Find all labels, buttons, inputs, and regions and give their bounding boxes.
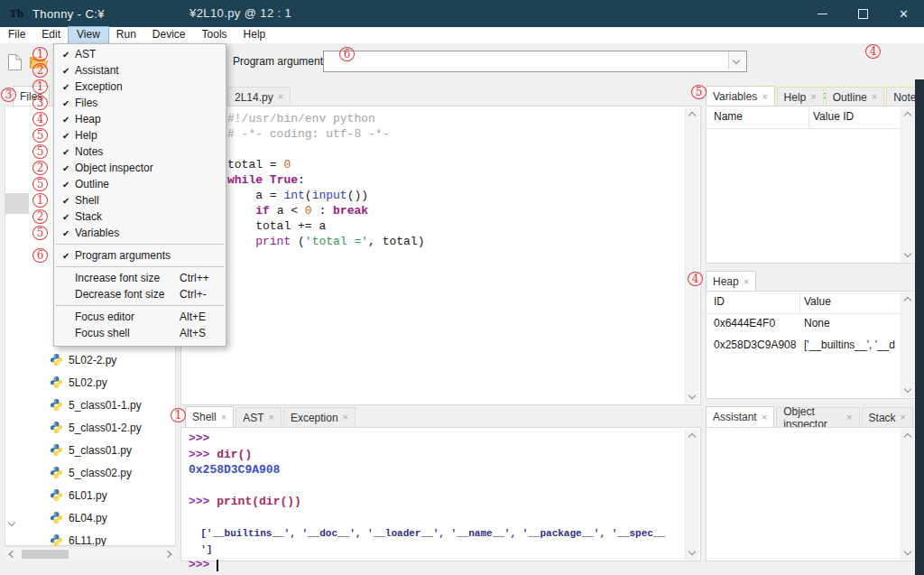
right-tab-help[interactable]: Help× (777, 87, 824, 107)
menu-run[interactable]: Run (108, 27, 144, 43)
shell-tab-bar: Shell×AST×Exception× (185, 406, 357, 427)
title-bar: Th Thonny - C:¥ ¥2L10.py @ 12 : 1 ✕ (0, 0, 924, 27)
file-item-5-class01-2-py[interactable]: 5_class01-2.py (5, 416, 173, 439)
chevron-up-icon (688, 112, 696, 119)
right-tab-outline[interactable]: Outline× (826, 87, 884, 107)
view-menu-item-variables[interactable]: 5✔Variables (54, 225, 226, 241)
view-menu-item-help[interactable]: 5✔Help (54, 127, 226, 144)
code-line: #!/usr/bin/env python (227, 111, 682, 126)
file-name: 5L02.py (69, 376, 107, 389)
view-menu-item-decrease-font-size[interactable]: Decrease font sizeCtrl+- (54, 286, 226, 302)
shell-tab-ast[interactable]: AST× (236, 407, 282, 427)
checkmark-icon: ✔ (62, 82, 75, 92)
menu-item-label: Stack (75, 210, 102, 223)
close-icon[interactable]: × (846, 413, 852, 422)
view-menu-item-increase-font-size[interactable]: Increase font sizeCtrl++ (54, 270, 226, 286)
right-tab-heap[interactable]: Heap× (706, 271, 756, 292)
menu-file[interactable]: File (0, 27, 33, 43)
variables-vertical-scrollbar[interactable] (901, 107, 915, 262)
view-menu-item-focus-editor[interactable]: Focus editorAlt+E (54, 309, 226, 325)
view-menu-item-focus-shell[interactable]: Focus shellAlt+S (54, 325, 226, 341)
view-menu-item-object-inspector[interactable]: 2✔Object inspector (54, 160, 226, 176)
chevron-down-icon (733, 57, 740, 64)
menu-view[interactable]: View (69, 27, 108, 43)
minimize-button[interactable] (802, 0, 843, 27)
menu-tools[interactable]: Tools (194, 27, 236, 43)
code-line: total += a (227, 218, 682, 234)
menu-item-label: Heap (75, 113, 101, 125)
shell-tab-shell[interactable]: Shell× (185, 406, 234, 427)
code-line: 0x258D3C9A908 (189, 462, 682, 478)
menu-device[interactable]: Device (144, 27, 194, 43)
desktop-strip (915, 79, 924, 575)
view-menu-item-stack[interactable]: 2✔Stack (54, 209, 226, 225)
shell-tab-exception[interactable]: Exception× (283, 407, 356, 427)
file-item-5-class01-py[interactable]: 5_class01.py (5, 439, 173, 461)
menu-item-label: Program arguments (75, 249, 171, 262)
tab-label: Stack (869, 412, 896, 424)
close-icon[interactable]: × (744, 277, 749, 287)
view-menu-item-program-arguments[interactable]: 6✔Program arguments (54, 247, 226, 264)
close-icon[interactable]: × (810, 92, 816, 102)
column-id: ID (714, 295, 725, 308)
right-tab-stack[interactable]: Stack× (862, 407, 913, 427)
variables-table[interactable]: Name Value ID (706, 106, 917, 264)
new-file-button[interactable] (7, 53, 23, 75)
heap-table[interactable]: ID Value 0x6444E4F0None0x258D3C9A908['__… (706, 291, 917, 399)
file-item-5-class01-1-py[interactable]: 5_class01-1.py (5, 394, 173, 416)
assistant-area[interactable] (706, 427, 917, 561)
scrollbar-thumb[interactable] (22, 550, 69, 559)
right-tab-object-inspector[interactable]: Object inspector× (776, 407, 859, 427)
view-menu-item-heap[interactable]: 4✔Heap (54, 111, 226, 127)
combo-dropdown-button[interactable] (728, 51, 746, 70)
file-item-5-class02-py[interactable]: 5_class02.py (5, 461, 173, 484)
close-icon[interactable]: × (872, 92, 877, 102)
python-file-icon (50, 376, 63, 389)
table-header: ID Value (707, 292, 901, 314)
tab-label: Exception (291, 412, 338, 424)
menu-help[interactable]: Help (236, 27, 274, 43)
menu-edit[interactable]: Edit (33, 27, 69, 43)
shell-output: >>> >>> dir()0x258D3C9A908 >>> print(dir… (189, 431, 682, 573)
right-tab-variables[interactable]: Variables× (706, 86, 775, 107)
editor-tab-2l14-py[interactable]: 2L14.py× (227, 87, 291, 107)
file-item-6l04-py[interactable]: 6L04.py (5, 506, 173, 529)
python-file-icon (50, 421, 63, 434)
close-icon[interactable]: × (278, 92, 283, 102)
close-icon[interactable]: × (343, 413, 348, 422)
view-menu-item-notes[interactable]: 5✔Notes (54, 144, 226, 160)
file-item-6l01-py[interactable]: 6L01.py (5, 484, 173, 506)
view-menu-item-files[interactable]: 3✔Files (54, 95, 226, 111)
file-item-5l02-2-py[interactable]: 5L02-2.py (5, 348, 173, 371)
python-file-icon (50, 443, 63, 457)
file-item-5l02-py[interactable]: 5L02.py (5, 371, 173, 394)
view-menu-item-exception[interactable]: 1✔Exception (54, 79, 226, 95)
view-menu-item-outline[interactable]: 5✔Outline (54, 176, 226, 192)
code-line: >>> dir() (189, 447, 682, 463)
code-line: >>> (189, 431, 682, 447)
close-icon[interactable]: × (268, 413, 273, 422)
shell-vertical-scrollbar[interactable] (685, 429, 699, 560)
close-icon[interactable]: × (221, 413, 226, 422)
annotation-circle: 3 (32, 96, 48, 110)
editor-area[interactable]: #!/usr/bin/env python# -*- coding: utf-8… (180, 106, 701, 405)
maximize-button[interactable] (843, 0, 883, 27)
editor-vertical-scrollbar[interactable] (685, 107, 699, 403)
right-tab-assistant[interactable]: Assistant× (706, 406, 774, 427)
code-line (227, 142, 682, 157)
view-menu-item-ast[interactable]: 1✔AST (54, 46, 226, 62)
menu-item-shortcut: Ctrl++ (180, 272, 209, 284)
assistant-vertical-scrollbar[interactable] (901, 429, 915, 560)
view-menu-item-shell[interactable]: 1✔Shell (54, 192, 226, 209)
close-icon[interactable]: × (762, 92, 767, 102)
heap-vertical-scrollbar[interactable] (901, 292, 915, 397)
program-arguments-input[interactable] (323, 51, 747, 72)
column-value: Value (804, 295, 900, 308)
shell-area[interactable]: >>> >>> dir()0x258D3C9A908 >>> print(dir… (180, 427, 701, 561)
close-icon[interactable]: × (762, 413, 767, 422)
view-menu-item-assistant[interactable]: 2✔Assistant (54, 62, 226, 79)
files-horizontal-scrollbar[interactable] (5, 546, 175, 561)
close-button[interactable]: ✕ (883, 0, 924, 27)
assistant-tab-bar: Assistant×Object inspector×Stack× (706, 406, 915, 427)
close-icon[interactable]: × (901, 413, 906, 422)
